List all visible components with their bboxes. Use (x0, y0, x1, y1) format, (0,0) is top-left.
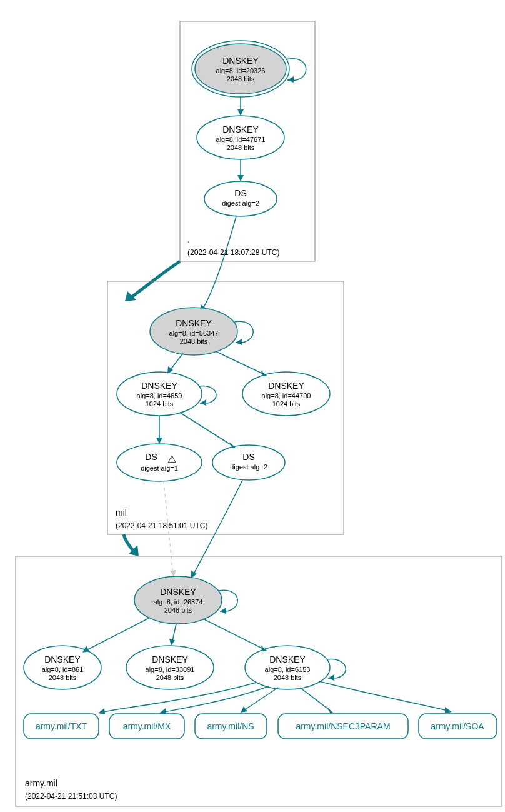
mil-ksk-node: DNSKEY alg=8, id=56347 2048 bits (150, 308, 238, 355)
army-k3-title: DNSKEY (269, 654, 306, 664)
edge-milksk-zsk2 (216, 351, 266, 375)
arrow-rootksk-rootzsk (238, 109, 244, 116)
arrow-k3-soa (445, 707, 452, 713)
mil-ds1-l1: digest alg=1 (141, 464, 178, 472)
rr-soa-label: army.mil/SOA (431, 721, 484, 731)
army-k2-node: DNSKEY alg=8, id=33891 2048 bits (126, 646, 214, 689)
mil-ds2-title: DS (242, 452, 254, 462)
rr-txt-label: army.mil/TXT (36, 721, 88, 731)
mil-zsk1-l1: alg=8, id=4659 (137, 392, 182, 399)
svg-point-7 (117, 444, 202, 481)
arrow-milzsk1-self (200, 399, 206, 406)
mil-ksk-l1: alg=8, id=56347 (169, 329, 219, 337)
mil-zsk2-title: DNSKEY (268, 381, 304, 391)
arrow-root-ksk-self (288, 76, 294, 83)
mil-zsk2-l2: 1024 bits (272, 400, 301, 408)
army-k1-l2: 2048 bits (49, 674, 77, 681)
army-ksk-l2: 2048 bits (164, 606, 192, 614)
mil-ksk-l2: 2048 bits (180, 338, 208, 345)
arrow-armyksk-k2 (169, 639, 175, 646)
edge-rootds-milksk (202, 216, 236, 310)
warning-icon: ⚠ (168, 454, 176, 464)
svg-point-3 (204, 181, 277, 216)
root-zsk-title: DNSKEY (222, 124, 259, 134)
army-ksk-node: DNSKEY alg=8, id=26374 2048 bits (134, 576, 222, 624)
mil-ds2-node: DS digest alg=2 (212, 445, 285, 480)
army-k2-l1: alg=8, id=33891 (146, 666, 195, 673)
edge-armyksk-k1 (84, 618, 150, 651)
root-zsk-node: DNSKEY alg=8, id=47671 2048 bits (197, 116, 284, 159)
army-ksk-l1: alg=8, id=26374 (154, 598, 203, 606)
mil-ds1-node: DS ⚠ digest alg=1 (117, 444, 202, 481)
arrow-k3-nsec3 (326, 706, 333, 713)
rr-nsec3-label: army.mil/NSEC3PARAM (296, 721, 390, 731)
arrow-zsk1-ds1 (156, 438, 162, 444)
army-k1-l1: alg=8, id=861 (42, 666, 84, 673)
arrow-milksk-self (236, 339, 242, 345)
root-ksk-title: DNSKEY (222, 56, 259, 66)
root-ds-l1: digest alg=2 (222, 199, 259, 207)
edge-zone-mil-army (124, 534, 134, 552)
mil-zsk1-l2: 1024 bits (146, 400, 174, 408)
mil-zsk1-node: DNSKEY alg=8, id=4659 1024 bits (117, 372, 202, 416)
army-k1-title: DNSKEY (44, 654, 81, 664)
zone-root-label: . (188, 234, 190, 244)
rr-mx-label: army.mil/MX (123, 721, 171, 731)
mil-zsk2-l1: alg=8, id=44790 (262, 392, 311, 399)
army-k3-node: DNSKEY alg=8, id=6153 2048 bits (245, 646, 330, 689)
zone-army-label: army.mil (25, 778, 58, 788)
army-k3-l1: alg=8, id=6153 (265, 666, 311, 673)
army-k1-node: DNSKEY alg=8, id=861 2048 bits (24, 646, 101, 689)
edge-zone-root-mil (130, 261, 180, 298)
zone-root-date: (2022-04-21 18:07:28 UTC) (188, 248, 279, 257)
arrow-rootzsk-rootds (238, 175, 244, 181)
mil-ksk-title: DNSKEY (176, 318, 212, 328)
arrow-k3-ns (241, 706, 248, 713)
mil-zsk1-title: DNSKEY (141, 381, 178, 391)
arrow-armyksk-self (220, 608, 226, 614)
svg-point-8 (212, 445, 285, 480)
root-ksk-node: DNSKEY alg=8, id=20326 2048 bits (192, 41, 289, 97)
zone-army-date: (2022-04-21 21:51:03 UTC) (25, 792, 117, 801)
army-ksk-title: DNSKEY (160, 587, 196, 597)
army-k2-title: DNSKEY (152, 654, 188, 664)
edge-k3-soa (319, 681, 450, 711)
mil-zsk2-node: DNSKEY alg=8, id=44790 1024 bits (242, 372, 330, 416)
edge-armyksk-k3 (203, 619, 266, 650)
mil-ds2-l1: digest alg=2 (230, 463, 268, 471)
edge-zsk1-ds2 (180, 413, 234, 447)
arrow-k3-txt (98, 708, 105, 714)
edge-k3-ns (242, 688, 278, 711)
rr-ns-label: army.mil/NS (207, 721, 254, 731)
root-zsk-l1: alg=8, id=47671 (216, 136, 266, 143)
root-zsk-l2: 2048 bits (227, 144, 255, 151)
zone-mil-label: mil (116, 508, 127, 518)
root-ksk-l2: 2048 bits (227, 75, 255, 83)
army-k2-l2: 2048 bits (156, 674, 184, 681)
army-k3-l2: 2048 bits (274, 674, 302, 681)
root-ds-title: DS (234, 188, 246, 198)
edge-k3-nsec3 (300, 688, 331, 711)
root-ksk-l1: alg=8, id=20326 (216, 67, 266, 74)
zone-mil-date: (2022-04-21 18:51:01 UTC) (116, 521, 208, 530)
mil-ds1-title: DS (145, 452, 157, 462)
root-ds-node: DS digest alg=2 (204, 181, 277, 216)
arrow-armyk3-self (328, 674, 334, 681)
